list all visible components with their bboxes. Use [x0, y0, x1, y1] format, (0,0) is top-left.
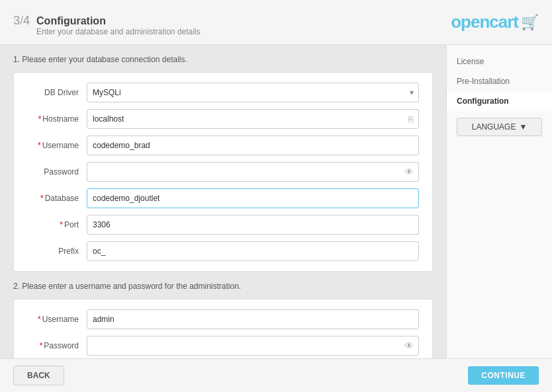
total-steps: 4 — [23, 14, 30, 27]
language-button-label: LANGUAGE — [472, 122, 516, 132]
form-area: 1. Please enter your database connection… — [0, 45, 446, 392]
port-required: * — [60, 220, 63, 229]
step-subtitle: Enter your database and administration d… — [36, 27, 200, 36]
admin-password-input-wrap: 👁 — [87, 336, 419, 356]
admin-section-title: 2. Please enter a username and password … — [13, 282, 433, 291]
database-input[interactable] — [87, 188, 419, 208]
logo-area: opencart 🛒 — [451, 12, 539, 32]
hostname-row: *Hostname ⎘ — [27, 109, 419, 129]
admin-username-required: * — [38, 315, 41, 324]
admin-username-input-wrap — [87, 309, 419, 329]
sidebar-item-configuration[interactable]: Configuration — [447, 91, 552, 111]
sidebar-item-preinstallation[interactable]: Pre-Installation — [447, 71, 552, 91]
db-password-label: Password — [27, 167, 87, 176]
db-username-required: * — [38, 141, 41, 150]
db-password-row: Password 👁 — [27, 162, 419, 182]
db-password-input[interactable] — [87, 162, 419, 182]
copy-icon[interactable]: ⎘ — [408, 114, 414, 124]
hostname-input[interactable] — [87, 109, 419, 129]
language-button[interactable]: LANGUAGE ▼ — [457, 118, 542, 136]
db-username-label: *Username — [27, 141, 87, 150]
db-driver-input-wrap: MySQLi — [87, 83, 419, 102]
database-label: *Database — [27, 194, 87, 203]
sidebar-item-license[interactable]: License — [447, 52, 552, 71]
admin-password-required: * — [40, 341, 43, 350]
logo-text: opencart — [451, 12, 518, 32]
page-wrapper: 3/4 Configuration Enter your database an… — [0, 0, 552, 392]
db-section-title: 1. Please enter your database connection… — [13, 55, 433, 64]
port-input[interactable] — [87, 215, 419, 235]
prefix-input[interactable] — [87, 241, 419, 261]
db-driver-select[interactable]: MySQLi — [87, 83, 419, 102]
db-username-row: *Username — [27, 136, 419, 155]
admin-password-label: *Password — [27, 341, 87, 350]
admin-username-input[interactable] — [87, 309, 419, 329]
database-row: *Database — [27, 188, 419, 208]
port-label: *Port — [27, 220, 87, 229]
admin-username-label: *Username — [27, 315, 87, 324]
db-section-panel: DB Driver MySQLi *Hostname ⎘ — [13, 72, 433, 272]
current-step: 3 — [13, 14, 20, 27]
database-required: * — [40, 194, 44, 203]
port-row: *Port — [27, 215, 419, 235]
logo-cart-icon: 🛒 — [521, 14, 539, 31]
prefix-label: Prefix — [27, 247, 87, 256]
port-input-wrap — [87, 215, 419, 235]
admin-password-row: *Password 👁 — [27, 336, 419, 356]
bottom-bar: BACK CONTINUE — [0, 358, 552, 392]
password-toggle-icon[interactable]: 👁 — [404, 167, 414, 177]
prefix-row: Prefix — [27, 241, 419, 261]
database-input-wrap — [87, 188, 419, 208]
content-wrapper: 1. Please enter your database connection… — [0, 45, 552, 392]
continue-button[interactable]: CONTINUE — [468, 366, 539, 385]
step-number: 3/4 — [13, 8, 30, 29]
step-title-block: Configuration Enter your database and ad… — [36, 15, 200, 36]
db-username-input-wrap — [87, 136, 419, 155]
back-button[interactable]: BACK — [13, 366, 64, 385]
db-driver-label: DB Driver — [27, 88, 87, 97]
step-info: 3/4 Configuration Enter your database an… — [13, 8, 201, 36]
db-username-input[interactable] — [87, 136, 419, 155]
top-bar: 3/4 Configuration Enter your database an… — [0, 0, 552, 45]
hostname-required: * — [38, 114, 42, 124]
admin-username-row: *Username — [27, 309, 419, 329]
admin-password-toggle-icon[interactable]: 👁 — [404, 340, 414, 351]
hostname-input-wrap: ⎘ — [87, 109, 419, 129]
prefix-input-wrap — [87, 241, 419, 261]
admin-password-input[interactable] — [87, 336, 419, 356]
sidebar: License Pre-Installation Configuration L… — [446, 45, 552, 392]
step-title: Configuration — [36, 15, 200, 27]
db-password-input-wrap: 👁 — [87, 162, 419, 182]
hostname-label: *Hostname — [27, 114, 87, 124]
db-driver-row: DB Driver MySQLi — [27, 83, 419, 102]
language-dropdown-icon: ▼ — [519, 122, 527, 132]
